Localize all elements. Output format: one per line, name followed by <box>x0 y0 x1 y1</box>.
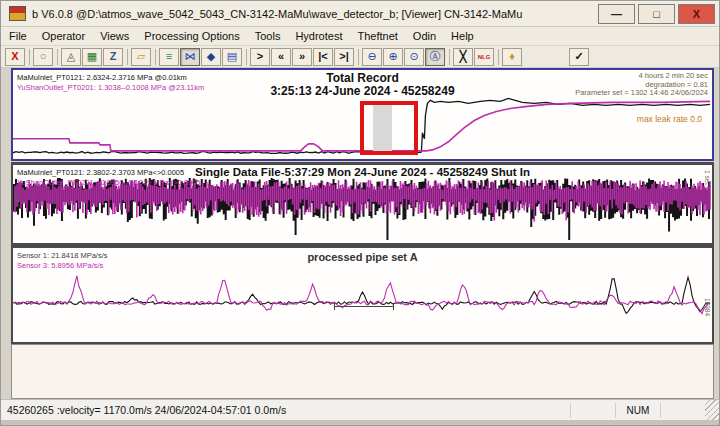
minimize-button[interactable]: — <box>598 4 635 24</box>
power-button[interactable]: ○ <box>33 48 53 66</box>
resize-grip[interactable] <box>705 400 719 420</box>
menu-item-file[interactable]: File <box>9 30 27 42</box>
processed-pipe-panel[interactable]: Sensor 1: 21.8418 MPa/s/s Sensor 3: 5.89… <box>11 245 714 344</box>
panel-title-single-data-file: Single Data File-5:37:29 Mon 24-June 202… <box>13 166 712 178</box>
toolbar-separator <box>498 49 499 65</box>
max-leak-rate-label: max leak rate 0.0 <box>637 114 702 124</box>
calculator-button[interactable]: ▦ <box>82 48 102 66</box>
series-label-yushanoutlet-raw: YuShanOutlet_PT0201: -0.0950--0.1019 MPa… <box>17 178 200 187</box>
menu-item-views[interactable]: Views <box>100 30 129 42</box>
ink-hand-button[interactable]: ◆ <box>201 48 221 66</box>
open-folder-button[interactable]: ▱ <box>131 48 151 66</box>
maximize-button[interactable]: □ <box>638 4 675 24</box>
toolbar-separator <box>57 49 58 65</box>
status-message: 45260265 :velocity= 1170.0m/s 24/06/2024… <box>1 404 570 416</box>
delete-button[interactable]: X <box>5 48 25 66</box>
toolbar-separator <box>127 49 128 65</box>
menu-item-odin[interactable]: Odin <box>413 30 436 42</box>
menu-item-help[interactable]: Help <box>451 30 474 42</box>
menu-item-hydrotest[interactable]: Hydrotest <box>295 30 342 42</box>
total-record-panel[interactable]: MaMuInlet_PT0121: 2.6324-2.3716 MPa @0.0… <box>11 68 714 161</box>
data-list-button[interactable]: ▤ <box>222 48 242 66</box>
record-info-block: 4 hours 2 min 20 sec degradation = 0.81 … <box>575 72 708 98</box>
amplitude-scale-label: 16384 <box>704 298 711 316</box>
status-cell-1 <box>570 403 615 418</box>
wave-view-button[interactable]: ⋈ <box>180 48 200 66</box>
levels-button[interactable]: ≡ <box>159 48 179 66</box>
first-record-button[interactable]: |< <box>313 48 333 66</box>
auto-zoom-button[interactable]: Ⓐ <box>425 48 445 66</box>
toolbar-separator <box>155 49 156 65</box>
menu-item-tools[interactable]: Tools <box>255 30 281 42</box>
fast-back-button[interactable]: « <box>271 48 291 66</box>
window-title: b V6.0.8 @D:\atmos_wave_5042_5043_CN-314… <box>32 8 595 20</box>
menu-item-operator[interactable]: Operator <box>42 30 85 42</box>
zoom-out-button[interactable]: ⊖ <box>362 48 382 66</box>
selection-red-box[interactable] <box>360 101 418 155</box>
last-record-button[interactable]: >| <box>334 48 354 66</box>
time-scale-label-left: 1 sec <box>14 191 21 207</box>
approve-stamp-button[interactable]: ♦ <box>502 48 522 66</box>
nlg-button[interactable]: NLG <box>474 48 494 66</box>
record-parameter-set: Parameter set = 1302 14:46 24/06/2024 <box>575 89 708 98</box>
title-bar: b V6.0.8 @D:\atmos_wave_5042_5043_CN-314… <box>1 1 719 27</box>
app-icon <box>9 6 26 21</box>
single-data-file-panel[interactable]: MaMuInlet_PT0121: 2.3802-2.3703 MPa<>0.0… <box>11 162 714 245</box>
confirm-check-button[interactable]: ✓ <box>569 48 589 66</box>
menu-item-processing-options[interactable]: Processing Options <box>144 30 239 42</box>
fast-forward-button[interactable]: » <box>292 48 312 66</box>
flask-icon-button[interactable]: ◬ <box>61 48 81 66</box>
step-forward-button[interactable]: > <box>250 48 270 66</box>
status-bar: 45260265 :velocity= 1170.0m/s 24/06/2024… <box>1 399 719 420</box>
z-document-button[interactable]: Z <box>103 48 123 66</box>
time-scale-label-right: 1 sec <box>704 170 711 186</box>
toolbar: X○◬▦Z▱≡⋈◆▤>«»|<>|⊖⊕⊙Ⓐ╳NLG♦✓ <box>1 46 719 68</box>
menu-item-theftnet[interactable]: Theftnet <box>357 30 397 42</box>
num-lock-indicator: NUM <box>615 403 660 418</box>
zoom-in-button[interactable]: ⊕ <box>383 48 403 66</box>
zoom-window-button[interactable]: ⊙ <box>404 48 424 66</box>
menu-bar: FileOperatorViewsProcessing OptionsTools… <box>1 27 719 46</box>
toolbar-separator <box>246 49 247 65</box>
window-bottom-edge <box>1 420 719 426</box>
close-button[interactable]: X <box>678 4 715 24</box>
selection-gray-band <box>373 105 392 151</box>
toolbar-separator <box>358 49 359 65</box>
status-cell-2 <box>660 403 705 418</box>
app-window: b V6.0.8 @D:\atmos_wave_5042_5043_CN-314… <box>0 0 720 426</box>
measurement-bracket <box>334 304 394 310</box>
toolbar-separator <box>449 49 450 65</box>
workspace: MaMuInlet_PT0121: 2.6324-2.3716 MPa @0.0… <box>1 68 719 399</box>
toolbar-separator <box>29 49 30 65</box>
empty-panel <box>11 344 714 399</box>
fit-extents-button[interactable]: ╳ <box>453 48 473 66</box>
panel-title-processed-pipe: processed pipe set A <box>13 251 712 263</box>
